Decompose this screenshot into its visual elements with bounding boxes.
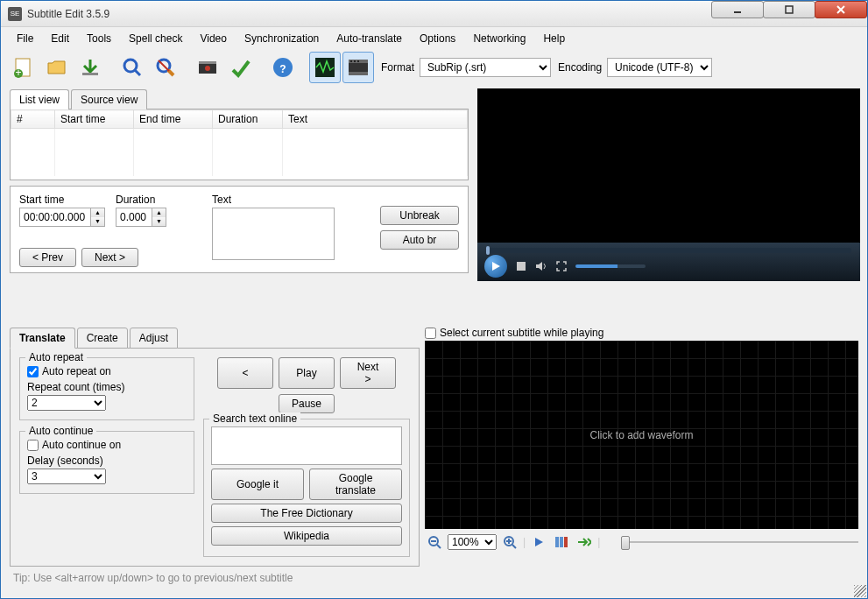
- play-icon[interactable]: [484, 255, 507, 278]
- tab-list-view[interactable]: List view: [10, 89, 69, 109]
- repeat-count-label: Repeat count (times): [27, 381, 187, 393]
- svg-text:?: ?: [279, 63, 286, 75]
- save-icon[interactable]: [74, 52, 106, 83]
- spin-up-icon[interactable]: ▲: [91, 208, 104, 217]
- volume-icon[interactable]: [535, 261, 547, 271]
- col-index[interactable]: #: [11, 110, 55, 129]
- unbreak-button[interactable]: Unbreak: [380, 206, 459, 225]
- waveform-panel[interactable]: Click to add waveform: [425, 341, 858, 529]
- menu-video[interactable]: Video: [191, 29, 235, 48]
- col-start[interactable]: Start time: [55, 110, 134, 129]
- menu-networking[interactable]: Networking: [464, 29, 534, 48]
- auto-repeat-group: Auto repeat Auto repeat on Repeat count …: [19, 357, 194, 420]
- menu-edit[interactable]: Edit: [42, 29, 78, 48]
- start-time-label: Start time: [19, 194, 105, 206]
- auto-continue-title: Auto continue: [25, 425, 96, 437]
- translate-next-button[interactable]: Next >: [340, 357, 396, 389]
- svg-text:+: +: [15, 67, 21, 79]
- waveform-toggle-icon[interactable]: [309, 52, 341, 83]
- menu-options[interactable]: Options: [411, 29, 464, 48]
- new-file-icon[interactable]: +: [8, 52, 39, 83]
- table-row[interactable]: [11, 144, 468, 160]
- wave-play-icon[interactable]: [529, 532, 548, 552]
- help-icon[interactable]: ?: [267, 52, 299, 83]
- col-end[interactable]: End time: [134, 110, 213, 129]
- col-text[interactable]: Text: [283, 110, 468, 129]
- table-row[interactable]: [11, 160, 468, 176]
- prev-button[interactable]: < Prev: [19, 248, 76, 267]
- wave-goto-icon[interactable]: [575, 532, 594, 552]
- spin-down-icon[interactable]: ▼: [91, 217, 104, 226]
- menu-autotranslate[interactable]: Auto-translate: [328, 29, 411, 48]
- menu-tools[interactable]: Tools: [78, 29, 120, 48]
- col-duration[interactable]: Duration: [213, 110, 283, 129]
- visual-sync-icon[interactable]: [192, 52, 223, 83]
- spellcheck-icon[interactable]: [225, 52, 257, 83]
- tab-adjust[interactable]: Adjust: [130, 328, 178, 349]
- subtitle-table[interactable]: # Start time End time Duration Text: [11, 109, 468, 176]
- close-button[interactable]: [815, 1, 867, 18]
- maximize-button[interactable]: [763, 1, 815, 18]
- free-dictionary-button[interactable]: The Free Dictionary: [211, 504, 402, 523]
- translate-play-button[interactable]: Play: [279, 357, 335, 389]
- seek-bar[interactable]: [486, 248, 851, 253]
- select-while-playing-checkbox[interactable]: [425, 328, 436, 339]
- waveform-zoom-slider[interactable]: [621, 533, 858, 551]
- delay-label: Delay (seconds): [27, 455, 187, 467]
- select-while-playing-label: Select current subtitle while playing: [440, 327, 603, 339]
- svg-point-15: [205, 66, 210, 71]
- auto-repeat-checkbox[interactable]: [27, 366, 39, 377]
- search-text-input[interactable]: [211, 426, 402, 465]
- google-translate-button[interactable]: Google translate: [309, 469, 402, 500]
- auto-continue-group: Auto continue Auto continue on Delay (se…: [19, 431, 194, 494]
- format-select[interactable]: SubRip (.srt): [420, 58, 551, 77]
- menu-bar: File Edit Tools Spell check Video Synchr…: [1, 27, 867, 50]
- find-icon[interactable]: [116, 52, 148, 83]
- tip-text: Tip: Use <alt+arrow up/down> to go to pr…: [10, 572, 420, 584]
- delay-select[interactable]: 3: [27, 469, 106, 484]
- svg-rect-7: [82, 73, 98, 75]
- menu-file[interactable]: File: [8, 29, 42, 48]
- spin-down-icon[interactable]: ▼: [152, 217, 166, 226]
- next-button[interactable]: Next >: [81, 248, 138, 267]
- waveform-placeholder: Click to add waveform: [589, 429, 693, 441]
- tab-source-view[interactable]: Source view: [71, 89, 147, 109]
- wikipedia-button[interactable]: Wikipedia: [211, 526, 402, 546]
- stop-icon[interactable]: [516, 261, 526, 271]
- duration-input[interactable]: ▲▼: [116, 208, 166, 227]
- zoom-select[interactable]: 100%: [448, 534, 497, 550]
- spin-up-icon[interactable]: ▲: [152, 208, 166, 217]
- replace-icon[interactable]: [150, 52, 181, 83]
- minimize-button[interactable]: [711, 1, 764, 18]
- edit-panel: Start time ▲▼ < Prev Next > Duration ▲▼: [10, 186, 469, 273]
- resize-grip-icon[interactable]: [854, 585, 866, 597]
- tab-create[interactable]: Create: [77, 328, 128, 349]
- start-time-input[interactable]: ▲▼: [19, 208, 105, 227]
- zoom-out-icon[interactable]: [425, 532, 444, 552]
- svg-point-8: [124, 60, 137, 72]
- fullscreen-icon[interactable]: [556, 261, 567, 271]
- wave-position-icon[interactable]: [552, 532, 571, 552]
- table-row[interactable]: [11, 129, 468, 144]
- svg-rect-25: [517, 262, 526, 271]
- autobr-button[interactable]: Auto br: [380, 230, 459, 250]
- menu-sync[interactable]: Synchronization: [236, 29, 328, 48]
- svg-line-27: [437, 545, 441, 548]
- google-it-button[interactable]: Google it: [211, 469, 304, 500]
- encoding-select[interactable]: Unicode (UTF-8): [607, 58, 712, 77]
- translate-prev-button[interactable]: <: [217, 357, 273, 389]
- auto-continue-checkbox[interactable]: [27, 440, 39, 451]
- open-file-icon[interactable]: [41, 52, 73, 83]
- menu-help[interactable]: Help: [534, 29, 574, 48]
- translate-pause-button[interactable]: Pause: [279, 394, 335, 413]
- video-player[interactable]: [477, 88, 860, 281]
- zoom-in-icon[interactable]: [500, 532, 519, 552]
- volume-slider[interactable]: [575, 264, 646, 268]
- menu-spellcheck[interactable]: Spell check: [120, 29, 191, 48]
- encoding-label: Encoding: [558, 61, 602, 74]
- repeat-count-select[interactable]: 2: [27, 395, 106, 411]
- video-toggle-icon[interactable]: [342, 52, 374, 83]
- subtitle-text-input[interactable]: [212, 208, 335, 260]
- tab-translate[interactable]: Translate: [10, 328, 75, 349]
- svg-line-30: [512, 545, 516, 548]
